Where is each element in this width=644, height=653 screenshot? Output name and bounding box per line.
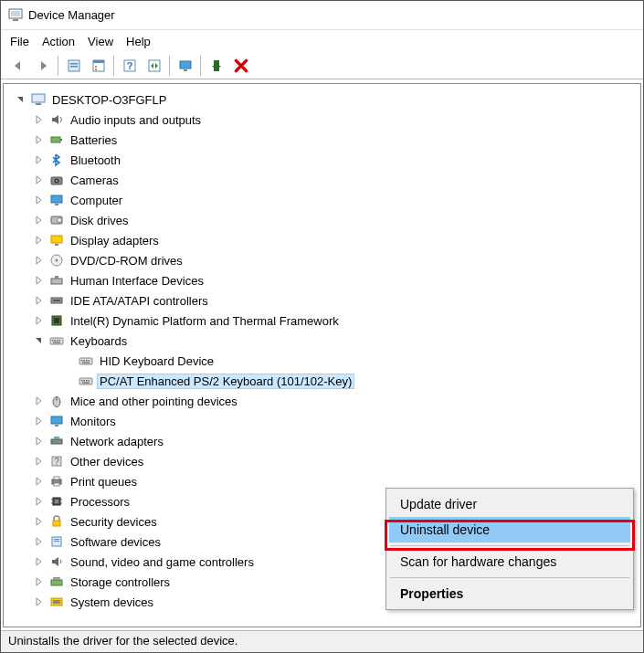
svg-rect-48 <box>82 363 90 363</box>
tree-category[interactable]: Keyboards <box>7 331 637 351</box>
svg-rect-51 <box>84 380 86 382</box>
svg-rect-17 <box>36 103 41 105</box>
chevron-right-icon[interactable] <box>33 114 44 125</box>
chevron-down-icon[interactable] <box>33 335 44 346</box>
svg-rect-57 <box>51 416 62 424</box>
chevron-right-icon[interactable] <box>33 215 44 226</box>
show-hidden-button[interactable] <box>62 54 86 78</box>
tree-category[interactable]: Intel(R) Dynamic Platform and Thermal Fr… <box>7 311 637 331</box>
window-titlebar: Device Manager <box>1 1 643 30</box>
svg-rect-28 <box>55 244 58 246</box>
tree-category[interactable]: Batteries <box>7 130 637 150</box>
chevron-right-icon[interactable] <box>33 195 44 205</box>
tree-device[interactable]: PC/AT Enhanced PS/2 Keyboard (101/102-Ke… <box>7 371 637 391</box>
install-device-button[interactable] <box>205 54 228 78</box>
mouse-icon <box>49 394 64 408</box>
chevron-right-icon[interactable] <box>33 556 44 567</box>
chevron-down-icon[interactable] <box>15 94 26 105</box>
chevron-right-icon[interactable] <box>33 395 44 406</box>
cpu-icon <box>49 494 64 509</box>
forward-button[interactable] <box>31 54 55 78</box>
chevron-right-icon[interactable] <box>33 315 44 326</box>
svg-rect-42 <box>53 342 60 343</box>
chevron-right-icon[interactable] <box>33 456 44 467</box>
tree-root[interactable]: DESKTOP-O3FGFLP <box>7 90 637 110</box>
context-menu-label-properties: Properties <box>400 586 463 601</box>
properties-button[interactable] <box>87 54 111 78</box>
tree-category[interactable]: Human Interface Devices <box>7 270 637 290</box>
context-menu-separator <box>390 545 629 546</box>
chevron-right-icon[interactable] <box>33 436 44 447</box>
toolbar: ? <box>1 52 643 79</box>
context-uninstall-device[interactable]: Uninstall device <box>389 517 630 542</box>
chevron-right-icon[interactable] <box>33 235 44 246</box>
chevron-right-icon[interactable] <box>33 174 44 185</box>
tree-category[interactable]: Computer <box>7 190 637 210</box>
svg-text:?: ? <box>54 457 59 467</box>
svg-rect-46 <box>86 360 88 362</box>
tree-category-label: Mice and other pointing devices <box>68 394 240 409</box>
tree-category-label: Computer <box>68 193 125 208</box>
menu-view[interactable]: View <box>88 35 113 48</box>
tree-category-label: Processors <box>68 494 132 510</box>
hid-icon <box>49 273 64 288</box>
chevron-right-icon[interactable] <box>33 596 44 607</box>
context-update-driver[interactable]: Update driver <box>389 491 630 517</box>
display-icon <box>49 233 64 248</box>
tree-category[interactable]: Cameras <box>7 170 637 190</box>
svg-rect-79 <box>53 577 60 580</box>
context-properties[interactable]: Properties <box>389 581 630 606</box>
help-button[interactable]: ? <box>118 54 142 78</box>
svg-point-62 <box>56 441 58 443</box>
chevron-right-icon[interactable] <box>33 416 44 427</box>
uninstall-button[interactable] <box>229 54 253 78</box>
tree-category[interactable]: IDE ATA/ATAPI controllers <box>7 290 637 311</box>
chevron-right-icon[interactable] <box>33 255 44 266</box>
tree-device[interactable]: HID Keyboard Device <box>7 351 637 371</box>
context-scan-hardware[interactable]: Scan for hardware changes <box>389 549 630 574</box>
tree-device-label: PC/AT Enhanced PS/2 Keyboard (101/102-Ke… <box>97 374 354 389</box>
tree-category-label: Network adapters <box>68 434 166 449</box>
svg-rect-1 <box>11 11 20 16</box>
svg-rect-52 <box>86 380 88 382</box>
context-menu-label-uninstall: Uninstall device <box>400 522 490 537</box>
tree-category[interactable]: Display adapters <box>7 230 637 250</box>
tree-category[interactable]: Audio inputs and outputs <box>7 110 637 130</box>
chevron-right-icon[interactable] <box>33 536 44 547</box>
tree-category[interactable]: DVD/CD-ROM drives <box>7 250 637 270</box>
chevron-right-icon[interactable] <box>33 516 44 527</box>
tree-category[interactable]: Disk drives <box>7 210 637 230</box>
svg-rect-78 <box>51 580 62 585</box>
chevron-right-icon[interactable] <box>33 496 44 507</box>
tree-category[interactable]: ?Other devices <box>7 451 637 471</box>
app-icon <box>8 8 23 23</box>
tree-category-label: Batteries <box>68 132 120 148</box>
thermal-icon <box>49 313 64 328</box>
tree-category-label: Other devices <box>68 454 146 469</box>
svg-rect-32 <box>55 276 58 279</box>
tree-category[interactable]: Network adapters <box>7 431 637 451</box>
chevron-right-icon[interactable] <box>33 476 44 487</box>
menu-file[interactable]: File <box>10 35 29 48</box>
menu-help[interactable]: Help <box>126 35 151 48</box>
scan-hardware-button[interactable] <box>143 54 166 78</box>
monitor-button[interactable] <box>174 54 197 78</box>
tree-category[interactable]: Bluetooth <box>7 150 637 170</box>
tree-category-label: Disk drives <box>68 213 132 228</box>
menu-action[interactable]: Action <box>42 35 75 48</box>
camera-icon <box>49 173 64 187</box>
print-icon <box>49 474 64 489</box>
chevron-right-icon[interactable] <box>33 576 44 587</box>
disk-icon <box>49 213 64 227</box>
back-button[interactable] <box>6 54 30 78</box>
tree-category[interactable]: Mice and other pointing devices <box>7 391 637 411</box>
tree-category[interactable]: Monitors <box>7 411 637 431</box>
svg-point-8 <box>95 66 97 68</box>
tree-category-label: System devices <box>68 595 156 610</box>
chevron-right-icon[interactable] <box>33 154 44 165</box>
chevron-right-icon[interactable] <box>33 275 44 286</box>
svg-rect-76 <box>54 539 59 540</box>
chevron-right-icon[interactable] <box>33 134 44 145</box>
security-icon <box>49 514 64 529</box>
chevron-right-icon[interactable] <box>33 295 44 306</box>
